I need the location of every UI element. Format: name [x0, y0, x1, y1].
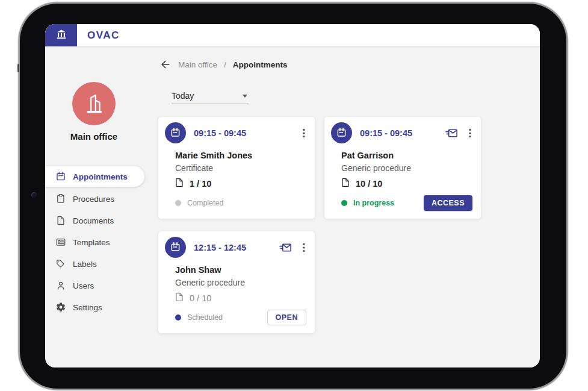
status-dot: [341, 200, 347, 206]
status-label: In progress: [353, 199, 394, 207]
calendar-badge-icon: [331, 122, 352, 143]
documents-count: 1 / 10: [175, 177, 211, 190]
sidebar-item-templates[interactable]: Templates: [45, 231, 149, 253]
sidebar-item-label: Documents: [73, 216, 114, 225]
arrow-left-icon[interactable]: [159, 58, 172, 70]
more-options-icon[interactable]: [299, 128, 309, 139]
document-icon: [175, 177, 184, 190]
appointment-time: 09:15 - 09:45: [194, 128, 246, 138]
side-button: [17, 64, 19, 72]
brand-logo: OVAC: [87, 24, 120, 46]
procedure-name: Certificate: [175, 163, 213, 173]
calendar-badge-icon: [165, 122, 186, 143]
procedure-name: Generic procedure: [175, 278, 245, 287]
sidebar-item-documents[interactable]: Documents: [45, 210, 149, 231]
document-icon: [341, 177, 350, 190]
document-icon: [55, 215, 66, 226]
front-camera: [31, 192, 37, 198]
template-icon: [55, 237, 66, 248]
patient-name: Pat Garrison: [341, 151, 394, 160]
sidebar-item-label: Settings: [73, 303, 102, 312]
access-button[interactable]: ACCESS: [424, 195, 472, 211]
breadcrumb-parent[interactable]: Main office: [178, 60, 217, 69]
appointment-card[interactable]: 12:15 - 12:45 John Shaw Generic procedur: [158, 231, 315, 334]
office-building-icon: [80, 89, 108, 119]
chevron-down-icon: [243, 95, 247, 98]
app-screen: OVAC Main office / Appointments Today: [45, 24, 540, 368]
sidebar-item-appointments[interactable]: Appointments: [45, 166, 144, 187]
calendar-badge-icon: [165, 237, 186, 258]
calendar-icon: [55, 171, 66, 182]
card-header: 09:15 - 09:45: [165, 122, 309, 143]
documents-count-text: 0 / 10: [190, 293, 211, 303]
sidebar-item-settings[interactable]: Settings: [45, 296, 149, 318]
sidebar-item-users[interactable]: Users: [45, 275, 149, 296]
bank-icon: [54, 27, 69, 44]
status-dot: [175, 200, 181, 206]
breadcrumb-separator: /: [224, 60, 226, 69]
appointment-card[interactable]: 09:15 - 09:45 Marie Smith Jones Certific…: [158, 116, 315, 219]
office-name: Main office: [49, 131, 139, 142]
card-footer: Completed: [175, 195, 306, 211]
appointment-card[interactable]: 09:15 - 09:45 Pat Garrison Generic proce: [324, 116, 481, 219]
sidebar-item-label: Labels: [73, 260, 97, 269]
more-options-icon[interactable]: [465, 128, 475, 139]
sidebar-menu: Appointments Procedures: [45, 166, 149, 318]
send-message-icon[interactable]: [279, 242, 292, 254]
document-icon: [175, 292, 184, 304]
sidebar-item-label: Users: [73, 281, 94, 290]
procedure-name: Generic procedure: [341, 163, 411, 173]
send-message-icon[interactable]: [445, 127, 459, 139]
patient-name: Marie Smith Jones: [175, 151, 252, 160]
sidebar-item-label: Appointments: [73, 172, 128, 181]
sidebar-item-procedures[interactable]: Procedures: [45, 188, 149, 210]
status-label: Completed: [187, 199, 223, 207]
tablet-frame: OVAC Main office / Appointments Today: [20, 4, 566, 389]
more-options-icon[interactable]: [299, 242, 309, 253]
clipboard-icon: [55, 193, 66, 204]
tag-icon: [55, 258, 66, 269]
card-header: 12:15 - 12:45: [165, 237, 309, 258]
date-filter-select[interactable]: Today: [172, 89, 249, 104]
documents-count-text: 10 / 10: [356, 179, 382, 189]
card-header: 09:15 - 09:45: [331, 122, 475, 143]
breadcrumb-current: Appointments: [233, 60, 288, 69]
app-logo-tile[interactable]: [45, 24, 77, 46]
user-icon: [55, 280, 66, 291]
card-footer: In progress ACCESS: [341, 195, 472, 211]
status-dot: [175, 314, 181, 321]
open-button[interactable]: OPEN: [267, 310, 306, 325]
status-label: Scheduled: [187, 313, 223, 322]
sidebar-item-label: Procedures: [73, 195, 114, 204]
card-footer: Scheduled OPEN: [175, 310, 306, 325]
documents-count: 10 / 10: [341, 177, 382, 190]
documents-count: 0 / 10: [175, 292, 211, 304]
appointment-time: 12:15 - 12:45: [194, 243, 246, 252]
sidebar-item-labels[interactable]: Labels: [45, 253, 149, 275]
breadcrumb: Main office / Appointments: [159, 58, 288, 70]
gear-icon: [55, 302, 66, 313]
office-avatar[interactable]: [72, 82, 116, 125]
patient-name: John Shaw: [175, 265, 221, 275]
sidebar-item-label: Templates: [73, 238, 110, 247]
appointment-time: 09:15 - 09:45: [360, 128, 412, 138]
date-filter-value: Today: [172, 91, 194, 101]
documents-count-text: 1 / 10: [190, 179, 211, 189]
top-bar: OVAC: [45, 24, 540, 46]
